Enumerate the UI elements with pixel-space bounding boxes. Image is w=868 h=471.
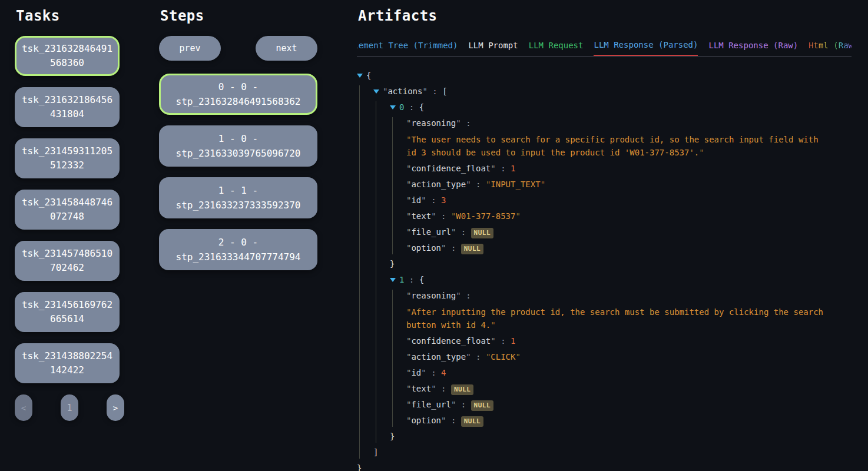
json-key: "file_url" xyxy=(406,400,456,409)
json-key: "confidence_float" xyxy=(406,164,496,173)
step-button[interactable]: 1 - 1 - stp_231633237333592370 xyxy=(159,177,317,218)
null-badge: NULL xyxy=(461,416,484,427)
null-badge: NULL xyxy=(451,384,474,395)
artifacts-title: Artifacts xyxy=(358,8,852,24)
tab-llm-response-raw[interactable]: LLM Response (Raw) xyxy=(708,39,798,56)
tab-element-tree-trimmed[interactable]: Element Tree (Trimmed) xyxy=(357,39,458,56)
json-row: "action_type" : "INPUT_TEXT" xyxy=(406,178,854,191)
json-key: "reasoning" xyxy=(406,291,461,300)
tasks-panel: Tasks tsk_231632846491568360tsk_23163218… xyxy=(15,8,124,421)
json-key: "option" xyxy=(406,243,446,253)
json-children: "actions" : [0 : {"reasoning" : "The use… xyxy=(359,85,854,459)
task-list: tsk_231632846491568360tsk_23163218645643… xyxy=(15,36,124,383)
json-children: "reasoning" : "The user needs to search … xyxy=(392,117,854,254)
json-row: "text" : NULL xyxy=(406,383,854,395)
json-key: "actions" xyxy=(383,87,428,96)
json-row: "action_type" : "CLICK" xyxy=(406,351,854,363)
null-badge: NULL xyxy=(461,244,484,254)
pager-next-button[interactable]: > xyxy=(107,394,124,421)
json-root-row: { xyxy=(357,69,854,82)
json-number: 4 xyxy=(441,368,446,377)
json-key: "text" xyxy=(406,211,436,221)
artifacts-panel: Artifacts Element Tree (Trimmed)LLM Prom… xyxy=(357,8,852,57)
json-row: "id" : 4 xyxy=(406,367,854,379)
json-row: "option" : NULL xyxy=(406,414,854,427)
task-button[interactable]: tsk_231632186456431804 xyxy=(15,87,120,127)
json-row: 0 : { xyxy=(390,101,854,114)
tab-llm-request[interactable]: LLM Request xyxy=(529,39,584,56)
null-badge: NULL xyxy=(471,400,494,411)
step-list: 0 - 0 - stp_2316328464915683621 - 0 - st… xyxy=(159,74,317,270)
json-row: "text" : "W01-377-8537" xyxy=(406,210,854,223)
json-number: 1 xyxy=(511,336,515,346)
json-key: "text" xyxy=(406,384,436,393)
json-string: "INPUT_TEXT" xyxy=(486,180,545,189)
json-key: "reasoning" xyxy=(406,118,461,128)
collapse-arrow-icon[interactable] xyxy=(357,74,363,78)
pager-prev-button[interactable]: < xyxy=(15,394,32,421)
json-children: 0 : {"reasoning" : "The user needs to se… xyxy=(376,101,854,443)
step-nav: prev next xyxy=(159,36,317,61)
step-button[interactable]: 0 - 0 - stp_231632846491568362 xyxy=(159,74,317,115)
json-closing-bracket: } xyxy=(390,258,854,270)
artifact-tabs: Element Tree (Trimmed)LLM PromptLLM Requ… xyxy=(357,39,852,57)
tab-llm-prompt[interactable]: LLM Prompt xyxy=(468,39,518,56)
json-key: "option" xyxy=(406,416,446,425)
steps-panel: Steps prev next 0 - 0 - stp_231632846491… xyxy=(159,8,317,281)
prev-step-button[interactable]: prev xyxy=(159,36,221,61)
null-badge: NULL xyxy=(471,228,494,238)
json-closing-bracket: } xyxy=(357,462,854,471)
json-key: "action_type" xyxy=(406,352,471,361)
json-key: "action_type" xyxy=(406,180,471,189)
json-number: 3 xyxy=(441,195,446,205)
json-string-block: "The user needs to search for a specific… xyxy=(406,133,833,159)
json-row: "actions" : [ xyxy=(373,85,854,98)
tab-html-raw[interactable]: Html (Raw) xyxy=(809,39,852,56)
tasks-pagination: < 1 > xyxy=(15,394,124,421)
json-key: "id" xyxy=(406,368,426,377)
json-row: "option" : NULL xyxy=(406,242,854,254)
json-row: "file_url" : NULL xyxy=(406,399,854,411)
collapse-arrow-icon[interactable] xyxy=(373,89,379,94)
json-string: "CLICK" xyxy=(486,352,521,361)
json-string: "W01-377-8537" xyxy=(451,211,521,221)
json-row: "reasoning" : xyxy=(406,290,854,302)
step-button[interactable]: 2 - 0 - stp_231633344707774794 xyxy=(159,229,317,270)
task-button[interactable]: tsk_231632846491568360 xyxy=(15,36,120,76)
steps-title: Steps xyxy=(160,8,317,24)
json-key: "id" xyxy=(406,195,426,205)
json-row: "file_url" : NULL xyxy=(406,226,854,238)
json-key: "confidence_float" xyxy=(406,336,496,346)
tab-llm-response-parsed[interactable]: LLM Response (Parsed) xyxy=(594,39,698,57)
json-string-block: "After inputting the product id, the sea… xyxy=(406,306,833,331)
step-button[interactable]: 1 - 0 - stp_231633039765096720 xyxy=(159,125,317,167)
json-row: "id" : 3 xyxy=(406,194,854,207)
json-row: 1 : { xyxy=(390,274,854,286)
json-row: "confidence_float" : 1 xyxy=(406,162,854,175)
json-key: "file_url" xyxy=(406,227,456,237)
task-button[interactable]: tsk_231458448746072748 xyxy=(15,190,120,230)
json-closing-bracket: ] xyxy=(373,446,854,459)
pager-page-button[interactable]: 1 xyxy=(61,394,78,421)
task-button[interactable]: tsk_231457486510702462 xyxy=(15,241,120,281)
json-number: 1 xyxy=(511,164,515,173)
task-button[interactable]: tsk_231459311205512332 xyxy=(15,138,120,178)
json-row: "confidence_float" : 1 xyxy=(406,335,854,347)
json-row: "reasoning" : xyxy=(406,117,854,130)
task-button[interactable]: tsk_231438802254142422 xyxy=(15,343,120,383)
json-children: "reasoning" : "After inputting the produ… xyxy=(392,290,854,427)
collapse-arrow-icon[interactable] xyxy=(390,278,396,282)
collapse-arrow-icon[interactable] xyxy=(390,105,396,110)
json-tree: {"actions" : [0 : {"reasoning" : "The us… xyxy=(357,66,854,471)
task-button[interactable]: tsk_231456169762665614 xyxy=(15,292,120,332)
tasks-title: Tasks xyxy=(16,8,124,24)
json-closing-bracket: } xyxy=(390,430,854,443)
next-step-button[interactable]: next xyxy=(256,36,317,61)
